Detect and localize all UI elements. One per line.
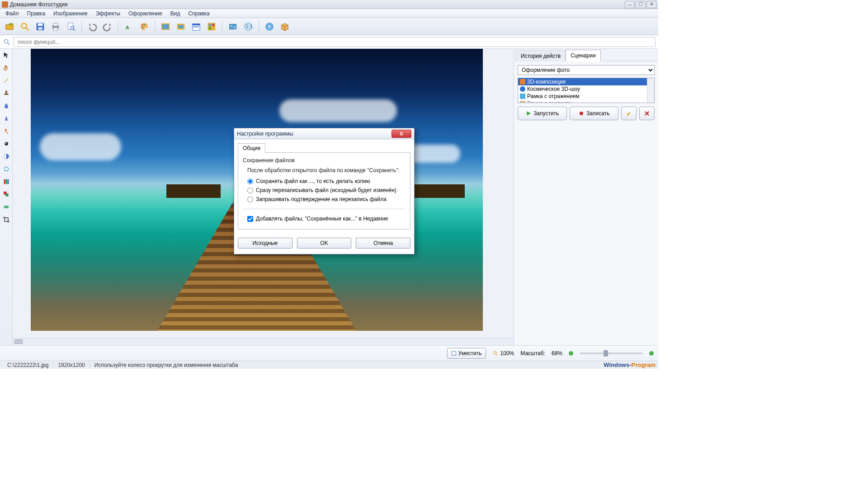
info-text: После обработки открытого файла по коман…: [247, 167, 406, 174]
crop-tool[interactable]: [2, 215, 11, 224]
help-button[interactable]: ?: [263, 20, 276, 33]
cancel-button[interactable]: Отмена: [356, 238, 410, 249]
scenario-list[interactable]: 3D-композиция Космическое 3D-шоу Рамка с…: [518, 78, 655, 103]
delete-scenario-button[interactable]: [639, 107, 655, 120]
frame-button[interactable]: [159, 20, 172, 33]
svg-line-1: [26, 28, 29, 30]
drop-tool[interactable]: [2, 101, 11, 110]
edit-scenario-button[interactable]: [621, 107, 637, 120]
close-button[interactable]: ✕: [646, 1, 656, 8]
radio-overwrite[interactable]: Сразу перезаписывать файл (исходный буде…: [247, 187, 406, 193]
app-icon: [2, 1, 8, 8]
left-toolbox: [0, 49, 13, 345]
minimize-button[interactable]: —: [625, 1, 635, 8]
layers-tool[interactable]: [2, 190, 11, 199]
scan-button[interactable]: [18, 20, 32, 33]
svg-rect-53: [452, 351, 456, 355]
svg-rect-25: [209, 23, 212, 26]
zoom-100[interactable]: 100%: [492, 350, 514, 357]
frame2-button[interactable]: [174, 20, 188, 33]
svg-rect-6: [53, 23, 57, 26]
svg-rect-43: [4, 179, 5, 184]
zoom-slider[interactable]: [580, 352, 643, 354]
svg-rect-27: [209, 27, 212, 29]
scenario-category-select[interactable]: Оформление фото: [518, 65, 655, 75]
sharpen-tool[interactable]: [2, 114, 11, 123]
record-button[interactable]: Записать: [570, 107, 619, 120]
menu-file[interactable]: Файл: [2, 9, 23, 18]
svg-rect-3: [38, 23, 43, 26]
svg-point-40: [5, 142, 8, 145]
list-item: 3D-композиция: [518, 78, 654, 85]
svg-point-54: [493, 351, 496, 354]
search-input[interactable]: [14, 37, 656, 47]
scale-label: Масштаб:: [520, 350, 545, 357]
palette-button[interactable]: [137, 20, 151, 33]
ok-button[interactable]: OK: [297, 238, 352, 249]
svg-rect-23: [198, 26, 199, 28]
undo-button[interactable]: [85, 20, 99, 33]
svg-text:1:1: 1:1: [246, 23, 253, 28]
text-button[interactable]: A: [122, 20, 136, 33]
menu-help[interactable]: Справка: [184, 9, 213, 18]
refresh-tool[interactable]: [2, 164, 11, 174]
svg-line-35: [4, 79, 8, 83]
dodge-tool[interactable]: [2, 139, 11, 148]
heal-tool[interactable]: [2, 202, 11, 211]
100-button[interactable]: 1:1: [241, 20, 255, 33]
svg-text:?: ?: [268, 24, 271, 29]
pointer-tool[interactable]: [2, 51, 11, 60]
menu-effects[interactable]: Эффекты: [92, 9, 124, 18]
print-button[interactable]: [49, 20, 62, 33]
wand-tool[interactable]: [2, 76, 11, 85]
dialog-close-button[interactable]: X: [392, 130, 411, 138]
svg-point-41: [5, 142, 6, 144]
levels-tool[interactable]: [2, 177, 11, 186]
collage-button[interactable]: [205, 20, 218, 33]
svg-rect-45: [7, 179, 9, 184]
radio-input[interactable]: [247, 178, 253, 184]
dialog-tab-general[interactable]: Общие: [238, 143, 265, 153]
menu-bar: Файл Правка Изображение Эффекты Оформлен…: [0, 9, 658, 18]
run-button[interactable]: Запустить: [518, 107, 567, 120]
preview-button[interactable]: [64, 20, 78, 33]
calendar-button[interactable]: [189, 20, 203, 33]
status-hint: Используйте колесо прокрутки для изменен…: [90, 362, 243, 368]
resize-button[interactable]: [226, 20, 240, 33]
svg-line-10: [74, 29, 75, 31]
checkbox-add-recent[interactable]: Добавлять файлы, "Сохранённые как..." в …: [247, 216, 406, 222]
svg-rect-17: [179, 25, 184, 28]
checkbox-input[interactable]: [247, 216, 253, 222]
radio-save-copy[interactable]: Сохранять файл как ..., то есть делать к…: [247, 178, 406, 184]
save-button[interactable]: [33, 20, 47, 33]
open-button[interactable]: [3, 20, 16, 33]
dialog-titlebar: Настройки программы X: [234, 128, 414, 139]
redo-button[interactable]: [101, 20, 114, 33]
menu-edit[interactable]: Правка: [24, 9, 49, 18]
stamp-tool[interactable]: [2, 89, 11, 98]
tab-history[interactable]: История действ: [516, 50, 566, 61]
zoom-out-button[interactable]: [569, 351, 573, 356]
canvas-h-scrollbar[interactable]: [13, 338, 514, 345]
fit-button[interactable]: Уместить: [447, 348, 486, 359]
hand-tool[interactable]: [2, 63, 11, 72]
settings-dialog: Настройки программы X Общие Сохранение ф…: [234, 128, 415, 254]
radio-input[interactable]: [247, 197, 253, 202]
menu-design[interactable]: Оформление: [125, 9, 165, 18]
radio-input[interactable]: [247, 188, 253, 193]
list-item: Рамка с отражением: [518, 93, 654, 100]
menu-image[interactable]: Изображение: [50, 9, 91, 18]
radio-confirm[interactable]: Запрашивать подтверждение на перезапись …: [247, 196, 406, 202]
menu-view[interactable]: Вид: [167, 9, 184, 18]
box-button[interactable]: [278, 20, 292, 33]
maximize-button[interactable]: ☐: [636, 1, 646, 8]
contrast-tool[interactable]: [2, 152, 11, 161]
defaults-button[interactable]: Исходные: [238, 238, 292, 249]
list-scrollbar[interactable]: [647, 78, 654, 103]
zoom-in-button[interactable]: [649, 351, 654, 356]
watermark: Program: [632, 361, 656, 368]
smudge-tool[interactable]: [2, 127, 11, 136]
svg-line-34: [8, 43, 9, 45]
svg-text:A: A: [126, 25, 129, 30]
tab-scenarios[interactable]: Сценарии: [566, 50, 600, 61]
